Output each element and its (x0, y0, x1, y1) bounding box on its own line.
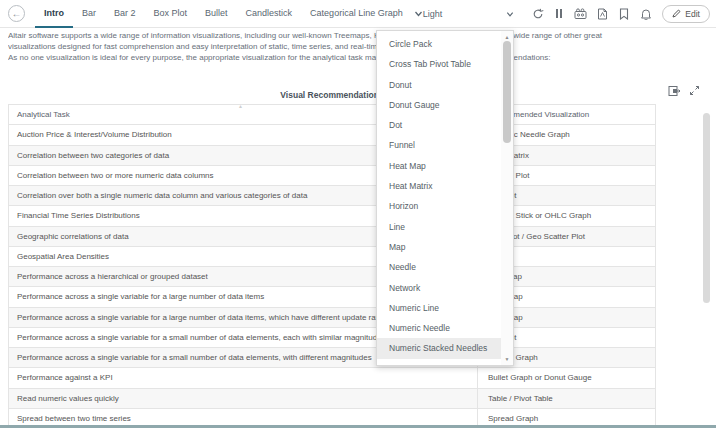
dropdown-item-numeric-line[interactable]: Numeric Line (377, 298, 503, 318)
pdf-export-icon[interactable] (595, 6, 611, 22)
chevron-down-icon (506, 10, 514, 18)
dropdown-item-cross-tab-pivot-table[interactable]: Cross Tab Pivot Table (377, 54, 503, 74)
dropdown-item-numeric-stacked-needles[interactable]: Numeric Stacked Needles (377, 338, 503, 358)
dropdown-scrollbar-thumb[interactable] (503, 41, 511, 143)
refresh-icon[interactable] (530, 6, 546, 22)
edit-button[interactable]: Edit (662, 5, 710, 23)
pages-dropdown-menu: Circle PackCross Tab Pivot TableDonutDon… (376, 30, 514, 366)
maximize-icon[interactable] (689, 85, 700, 97)
cell-analytical-task: Read numeric values quickly (8, 389, 478, 408)
dropdown-item-heat-map[interactable]: Heat Map (377, 156, 503, 176)
dropdown-item-line[interactable]: Line (377, 217, 503, 237)
tab-categorical-line-graph[interactable]: Categorical Line Graph (301, 0, 412, 28)
theme-selector-value: Light (423, 9, 443, 19)
pause-icon[interactable] (552, 6, 568, 22)
dropdown-item-circle-pack[interactable]: Circle Pack (377, 34, 503, 54)
cell-recommended-visualization: Table / Pivot Table (478, 389, 656, 408)
table-row[interactable]: Read numeric values quicklyTable / Pivot… (8, 389, 656, 409)
table-row[interactable]: Performance across a single variable for… (8, 348, 656, 368)
sort-caret-icon: ▲ (238, 103, 243, 109)
dropdown-item-list: Circle PackCross Tab Pivot TableDonutDon… (377, 34, 503, 366)
dropdown-item-heat-matrix[interactable]: Heat Matrix (377, 176, 503, 196)
dropdown-item-ohlc[interactable]: OHLC (377, 359, 503, 366)
table-row[interactable]: Correlation over both a single numeric d… (8, 186, 656, 206)
table-row[interactable]: Geographic correlations of dataMap Plot … (8, 227, 656, 247)
table-row[interactable]: Correlation between two or more numeric … (8, 166, 656, 186)
toolbar: ← IntroBarBar 2Box PlotBulletCandlestick… (0, 0, 716, 28)
table-row[interactable]: Performance across a single variable for… (8, 328, 656, 348)
dropdown-scrollbar[interactable]: ▲ ▼ (501, 31, 513, 365)
edit-button-label: Edit (685, 9, 700, 19)
table-row[interactable]: Financial Time Series DistributionsCandl… (8, 206, 656, 226)
dropdown-item-map[interactable]: Map (377, 237, 503, 257)
table-row[interactable]: Geospatial Area DensitiesMap (8, 247, 656, 267)
tabs-overflow-chevron-icon[interactable] (414, 9, 423, 18)
dropdown-item-horizon[interactable]: Horizon (377, 196, 503, 216)
back-arrow-icon: ← (12, 9, 22, 19)
table-row[interactable]: Performance across a single variable for… (8, 308, 656, 328)
snapshot-icon[interactable] (573, 6, 589, 22)
intro-paragraph: Altair software supports a wide range of… (8, 30, 708, 63)
tab-bar-2[interactable]: Bar 2 (105, 0, 145, 28)
bell-icon[interactable] (638, 6, 654, 22)
intro-text-line-2: visualizations designed for fast compreh… (8, 41, 708, 52)
tab-intro[interactable]: Intro (35, 0, 73, 28)
dropdown-item-numeric-needle[interactable]: Numeric Needle (377, 318, 503, 338)
scroll-down-icon[interactable]: ▼ (501, 354, 513, 364)
panel-title: Visual Recommendations (8, 90, 656, 100)
dropdown-item-donut-gauge[interactable]: Donut Gauge (377, 95, 503, 115)
tab-bar[interactable]: Bar (73, 0, 105, 28)
panel-toolbar (668, 85, 700, 97)
page-scrollbar-thumb[interactable] (703, 113, 710, 303)
dropdown-item-funnel[interactable]: Funnel (377, 135, 503, 155)
back-button[interactable]: ← (8, 5, 25, 22)
dropdown-item-network[interactable]: Network (377, 278, 503, 298)
tab-candlestick[interactable]: Candlestick (237, 0, 302, 28)
table-row[interactable]: Correlation between two categories of da… (8, 146, 656, 166)
tab-bar: IntroBarBar 2Box PlotBulletCandlestickCa… (35, 0, 412, 28)
table-row[interactable]: Auction Price & Interest/Volume Distribu… (8, 125, 656, 145)
pencil-icon (672, 9, 681, 18)
recommendations-table: Analytical TaskRecommended Visualization… (8, 104, 656, 428)
tab-box-plot[interactable]: Box Plot (145, 0, 197, 28)
table-header-row: Analytical TaskRecommended Visualization (8, 105, 656, 125)
dropdown-item-dot[interactable]: Dot (377, 115, 503, 135)
cell-analytical-task: Performance against a KPI (8, 368, 478, 387)
table-row[interactable]: Performance across a hierarchical or gro… (8, 267, 656, 287)
table-row[interactable]: Performance against a KPIBullet Graph or… (8, 368, 656, 388)
intro-text-line-1: Altair software supports a wide range of… (8, 30, 708, 41)
cell-recommended-visualization: Bullet Graph or Donut Gauge (478, 368, 656, 387)
table-row[interactable]: Performance across a single variable for… (8, 287, 656, 307)
intro-text-line-3: As no one visualization is ideal for eve… (8, 52, 708, 63)
theme-selector[interactable]: Light (423, 9, 514, 19)
tab-bullet[interactable]: Bullet (196, 0, 237, 28)
dropdown-item-needle[interactable]: Needle (377, 257, 503, 277)
dropdown-item-donut[interactable]: Donut (377, 75, 503, 95)
bookmark-icon[interactable] (616, 6, 632, 22)
export-icon[interactable] (668, 85, 681, 97)
